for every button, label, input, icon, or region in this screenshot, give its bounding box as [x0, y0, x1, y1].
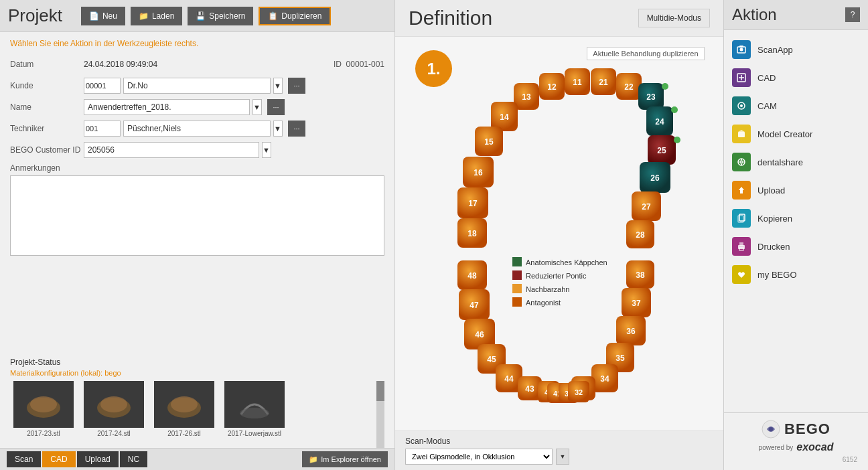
techniker-dots-button[interactable]: ··· [288, 121, 305, 137]
duplicate-icon: 📋 [268, 11, 278, 21]
dentalshare-icon [732, 153, 751, 171]
cam-action[interactable]: CAM [724, 92, 868, 120]
tooth-48[interactable]: 48 [457, 260, 487, 290]
kunde-row: Kunde 00001 ▼ ··· [10, 78, 384, 94]
thumb-scroll-handle[interactable] [376, 381, 384, 401]
tooth-16[interactable]: 16 [463, 157, 494, 187]
cad-action[interactable]: CAD [724, 64, 868, 92]
tooth-32[interactable]: 32 [568, 381, 589, 402]
tooth-15[interactable]: 15 [475, 127, 503, 156]
thumb-box-2 [84, 381, 144, 428]
bego-logo: BEGO [762, 420, 830, 439]
explorer-button[interactable]: 📁 Im Explorer öffnen [302, 451, 388, 467]
svg-text:36: 36 [626, 327, 636, 336]
laden-button[interactable]: 📁 Laden [131, 7, 182, 25]
tooth-26[interactable]: 26 [640, 162, 670, 193]
name-dots-button[interactable]: ··· [267, 99, 285, 115]
version-text: 6152 [732, 456, 860, 463]
thumb-4[interactable]: 2017-Lowerjaw.stl [221, 381, 288, 448]
thumb-box-1 [13, 381, 74, 428]
svg-marker-94 [739, 187, 744, 193]
scan-tab[interactable]: Scan [7, 451, 41, 467]
tooth-36[interactable]: 36 [616, 316, 646, 345]
cad-icon [732, 68, 751, 87]
duplizieren-button[interactable]: 📋 Duplizieren [259, 7, 331, 25]
mybego-icon [732, 265, 751, 284]
thumbnails-container: 2017-23.stl 2017-24.stl [10, 381, 384, 448]
kunde-num-select[interactable]: 00001 [84, 78, 121, 94]
thumb-3[interactable]: 2017-26.stl [151, 381, 218, 448]
tooth-47[interactable]: 47 [459, 289, 490, 320]
cam-label: CAM [757, 101, 777, 111]
datum-value: 24.04.2018 09:49:04 [84, 60, 157, 69]
tooth-38[interactable]: 38 [626, 260, 654, 289]
thumb-2[interactable]: 2017-24.stl [80, 381, 147, 448]
name-input[interactable] [84, 99, 250, 115]
tooth-24[interactable]: 24 [646, 106, 678, 136]
thumb-box-3 [154, 381, 214, 428]
svg-text:Antagonist: Antagonist [526, 299, 561, 307]
techniker-name-dropdown[interactable]: ▼ [273, 121, 283, 137]
svg-point-5 [171, 396, 198, 412]
kunde-dots-button[interactable]: ··· [288, 78, 305, 94]
bottom-tabs: Scan CAD Upload NC 📁 Im Explorer öffnen [0, 448, 394, 470]
svg-text:44: 44 [504, 374, 514, 384]
name-row: Name ▼ ··· [10, 99, 384, 115]
bego-logo-icon [762, 420, 780, 439]
tooth-12[interactable]: 12 [539, 73, 565, 100]
svg-text:13: 13 [522, 92, 531, 102]
techniker-name-input[interactable] [123, 121, 271, 137]
multidie-button[interactable]: Multidie-Modus [638, 9, 710, 27]
tooth-23[interactable]: 23 [638, 83, 668, 110]
step-indicator: 1. [415, 50, 452, 87]
scan-dropdown-arrow[interactable]: ▼ [556, 449, 569, 465]
tooth-37[interactable]: 37 [622, 288, 651, 317]
help-button[interactable]: ? [845, 7, 860, 22]
tooth-11[interactable]: 11 [565, 68, 590, 95]
anmerkungen-textarea[interactable] [10, 175, 384, 256]
name-dropdown[interactable]: ▼ [252, 99, 262, 115]
techniker-num-select[interactable]: 001 [84, 121, 121, 137]
upload-tab[interactable]: Upload [77, 451, 119, 467]
svg-text:48: 48 [467, 271, 477, 281]
scanapp-action[interactable]: ScanApp [724, 35, 868, 64]
powered-text: powered by [759, 444, 794, 451]
speichern-button[interactable]: 💾 Speichern [188, 7, 253, 25]
left-header: Projekt 📄 Neu 📁 Laden 💾 Speichern 📋 Dupl… [0, 0, 394, 32]
nc-tab[interactable]: NC [120, 451, 147, 467]
thumb-1[interactable]: 2017-23.stl [10, 381, 77, 448]
tooth-28[interactable]: 28 [626, 220, 654, 248]
tooth-21[interactable]: 21 [591, 68, 616, 95]
upload-label: Upload [757, 185, 785, 195]
neu-button[interactable]: 📄 Neu [81, 7, 125, 25]
tooth-18[interactable]: 18 [457, 218, 487, 248]
project-title: Projekt [8, 5, 62, 26]
bego-id-input[interactable] [84, 142, 259, 158]
cad-tab[interactable]: CAD [42, 451, 75, 467]
mybego-action[interactable]: my BEGO [724, 260, 868, 289]
tooth-diagram-area: 1. 12 11 21 22 [395, 37, 723, 430]
model-creator-action[interactable]: Model Creator [724, 120, 868, 148]
svg-text:28: 28 [636, 230, 645, 240]
kunde-name-input[interactable] [123, 78, 271, 94]
kopieren-action[interactable]: Kopieren [724, 204, 868, 232]
kunde-name-dropdown[interactable]: ▼ [273, 78, 283, 94]
scan-select-row: Zwei Gipsmodelle, in Okklusion ▼ [405, 449, 713, 465]
drucken-action[interactable]: Drucken [724, 232, 868, 260]
svg-point-29 [674, 137, 680, 143]
tooth-25[interactable]: 25 [648, 135, 680, 165]
svg-text:16: 16 [474, 168, 483, 177]
tooth-17[interactable]: 17 [457, 187, 488, 218]
status-config: Materialkonfiguration (lokal): bego [10, 369, 384, 377]
bego-id-dropdown[interactable]: ▼ [262, 142, 271, 158]
thumb-scrollbar[interactable] [376, 381, 384, 448]
tooth-diagram-svg[interactable]: 12 11 21 22 13 [432, 63, 686, 404]
datum-label: Datum [10, 60, 84, 69]
anmerkungen-section: Anmerkungen [10, 163, 384, 258]
dentalshare-action[interactable]: dentalshare [724, 148, 868, 176]
tooth-22[interactable]: 22 [616, 73, 642, 100]
upload-action[interactable]: Upload [724, 176, 868, 204]
svg-point-101 [769, 427, 773, 431]
scan-modus-select[interactable]: Zwei Gipsmodelle, in Okklusion [405, 449, 553, 465]
tooth-27[interactable]: 27 [632, 191, 661, 221]
